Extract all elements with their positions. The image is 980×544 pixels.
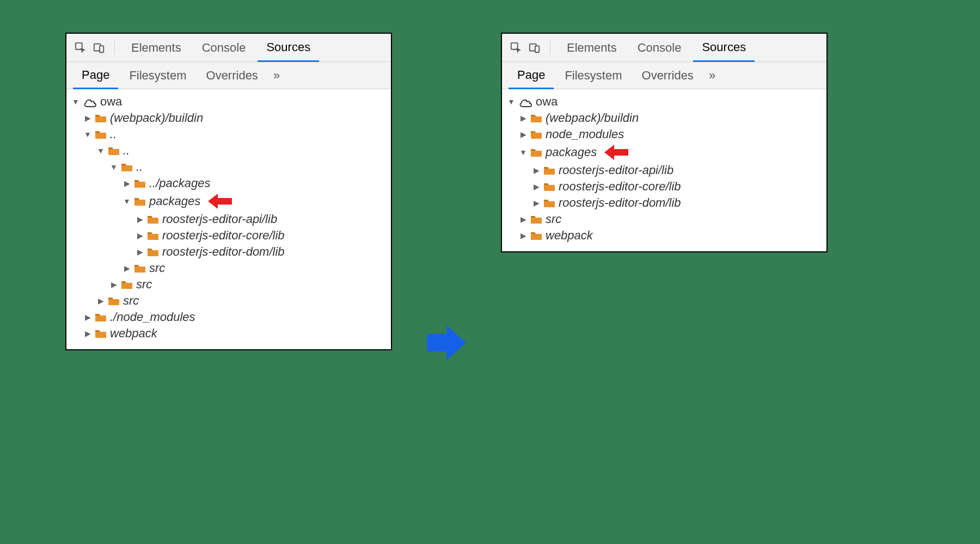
tree-row[interactable]: ▶(webpack)/buildin (69, 110, 389, 126)
chevron-right-icon[interactable]: ▶ (136, 248, 144, 256)
chevron-right-icon[interactable]: ▶ (519, 130, 527, 139)
cloud-icon (518, 97, 532, 107)
file-tree-right: ▼owa▶(webpack)/buildin▶node_modules▼pack… (502, 89, 826, 251)
tree-item-label: owa (536, 95, 558, 109)
tree-row[interactable]: ▼owa (504, 94, 824, 110)
tree-row[interactable]: ▶roosterjs-editor-core/lib (69, 227, 389, 244)
tree-row[interactable]: ▶webpack (69, 325, 389, 342)
inspect-icon[interactable] (73, 40, 88, 55)
transition-arrow-icon (425, 323, 468, 362)
tree-row[interactable]: ▶node_modules (504, 126, 824, 143)
more-tabs-icon[interactable]: » (705, 69, 720, 83)
tab-console[interactable]: Console (629, 34, 690, 61)
subtab-page[interactable]: Page (73, 63, 118, 89)
toolbar-separator (114, 41, 115, 54)
chevron-down-icon[interactable]: ▼ (110, 163, 118, 171)
device-icon[interactable] (527, 40, 542, 55)
chevron-right-icon[interactable]: ▶ (519, 231, 527, 240)
subtab-overrides[interactable]: Overrides (198, 62, 267, 89)
toolbar-separator (550, 41, 550, 54)
tree-row[interactable]: ▼.. (69, 126, 389, 143)
tree-row[interactable]: ▶roosterjs-editor-api/lib (504, 162, 824, 178)
tree-row[interactable]: ▶src (69, 293, 389, 309)
folder-icon (108, 146, 120, 156)
chevron-down-icon[interactable]: ▼ (123, 197, 131, 206)
highlight-arrow-icon (603, 144, 628, 161)
more-tabs-icon[interactable]: » (269, 69, 284, 83)
folder-icon (134, 178, 146, 188)
tree-item-label: owa (100, 95, 122, 109)
tree-row[interactable]: ▶(webpack)/buildin (504, 110, 824, 126)
tree-item-label: packages (149, 194, 200, 208)
chevron-right-icon[interactable]: ▶ (110, 280, 118, 289)
chevron-right-icon[interactable]: ▶ (84, 114, 91, 122)
tree-row[interactable]: ▶roosterjs-editor-api/lib (69, 211, 389, 227)
tree-item-label: (webpack)/buildin (546, 111, 639, 125)
folder-icon (108, 296, 120, 306)
chevron-right-icon[interactable]: ▶ (532, 166, 540, 175)
highlight-arrow-icon (207, 193, 232, 210)
sources-subbar: Page Filesystem Overrides » (66, 62, 391, 89)
tab-console[interactable]: Console (193, 34, 255, 61)
tree-row[interactable]: ▶../packages (69, 175, 389, 191)
tree-item-label: roosterjs-editor-dom/lib (162, 245, 285, 259)
folder-icon (147, 214, 159, 224)
folder-icon (134, 196, 146, 206)
tree-item-label: roosterjs-editor-core/lib (162, 228, 285, 243)
chevron-right-icon[interactable]: ▶ (136, 231, 144, 240)
chevron-right-icon[interactable]: ▶ (123, 264, 131, 273)
chevron-down-icon[interactable]: ▼ (72, 97, 79, 106)
tree-row[interactable]: ▶webpack (504, 227, 824, 244)
folder-icon (543, 182, 555, 191)
tree-item-label: src (123, 294, 139, 308)
tree-row[interactable]: ▶roosterjs-editor-dom/lib (69, 244, 389, 260)
main-toolbar: Elements Console Sources (66, 34, 391, 62)
tree-item-label: .. (123, 144, 130, 158)
chevron-down-icon[interactable]: ▼ (84, 130, 91, 139)
device-icon[interactable] (91, 40, 107, 55)
chevron-down-icon[interactable]: ▼ (519, 148, 527, 157)
tree-row[interactable]: ▶src (504, 211, 824, 227)
folder-icon (95, 113, 107, 123)
tree-row[interactable]: ▼.. (69, 143, 389, 159)
tree-item-label: src (136, 277, 152, 292)
chevron-right-icon[interactable]: ▶ (97, 296, 105, 305)
chevron-right-icon[interactable]: ▶ (136, 215, 144, 224)
folder-icon (121, 162, 133, 172)
subtab-overrides[interactable]: Overrides (633, 62, 702, 89)
tree-row[interactable]: ▼owa (69, 94, 389, 110)
inspect-icon[interactable] (509, 40, 524, 55)
chevron-right-icon[interactable]: ▶ (123, 179, 131, 188)
tab-elements[interactable]: Elements (122, 34, 190, 61)
tree-row[interactable]: ▶roosterjs-editor-core/lib (504, 178, 824, 195)
folder-icon (530, 113, 542, 123)
chevron-down-icon[interactable]: ▼ (507, 97, 515, 106)
tree-row[interactable]: ▶src (69, 276, 389, 293)
chevron-right-icon[interactable]: ▶ (84, 329, 91, 338)
tree-row[interactable]: ▶./node_modules (69, 309, 389, 325)
tab-sources[interactable]: Sources (258, 34, 319, 62)
tree-item-label: src (149, 261, 165, 275)
subtab-filesystem[interactable]: Filesystem (120, 62, 195, 89)
chevron-down-icon[interactable]: ▼ (97, 146, 105, 155)
subtab-page[interactable]: Page (509, 63, 554, 89)
tree-row[interactable]: ▼.. (69, 159, 389, 175)
tab-elements[interactable]: Elements (558, 34, 626, 61)
chevron-right-icon[interactable]: ▶ (532, 182, 540, 191)
folder-icon (95, 329, 107, 338)
tree-row[interactable]: ▼packages (504, 143, 824, 162)
chevron-right-icon[interactable]: ▶ (519, 215, 527, 224)
folder-icon (134, 263, 146, 273)
tab-sources[interactable]: Sources (693, 34, 755, 62)
tree-row[interactable]: ▼packages (69, 191, 389, 211)
tree-item-label: ./node_modules (110, 310, 195, 324)
chevron-right-icon[interactable]: ▶ (532, 199, 540, 207)
tree-row[interactable]: ▶roosterjs-editor-dom/lib (504, 195, 824, 211)
sources-subbar: Page Filesystem Overrides » (502, 62, 826, 89)
main-toolbar: Elements Console Sources (502, 34, 826, 62)
chevron-right-icon[interactable]: ▶ (519, 114, 527, 122)
chevron-right-icon[interactable]: ▶ (84, 313, 91, 322)
tree-item-label: src (546, 212, 561, 226)
subtab-filesystem[interactable]: Filesystem (556, 62, 630, 89)
tree-row[interactable]: ▶src (69, 260, 389, 276)
